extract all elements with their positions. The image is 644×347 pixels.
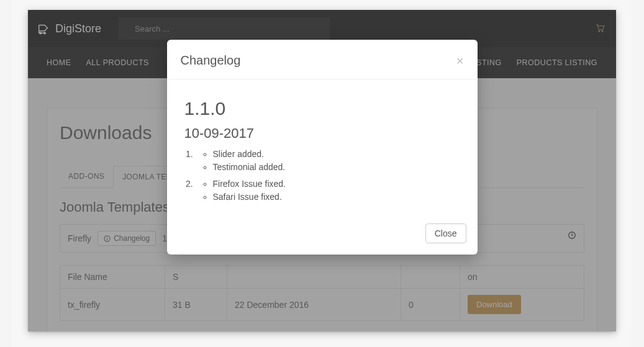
changelog-list: Slider added. Testimonial added. Firefox… xyxy=(184,148,460,204)
changelog-group: Firefox Issue fixed. Safari Issue fixed. xyxy=(196,178,460,204)
close-icon[interactable]: × xyxy=(456,55,464,67)
close-button[interactable]: Close xyxy=(425,223,466,243)
changelog-modal: Changelog × 1.1.0 10-09-2017 Slider adde… xyxy=(167,40,478,255)
changelog-item: Safari Issue fixed. xyxy=(213,191,460,204)
viewport-stage: DigiStore Search ... HOME ALL PRODUCTS C… xyxy=(12,0,632,347)
changelog-item: Testimonial added. xyxy=(213,161,460,174)
changelog-version: 1.1.0 xyxy=(184,98,460,119)
modal-title: Changelog xyxy=(181,53,241,68)
changelog-date: 10-09-2017 xyxy=(184,125,460,142)
changelog-group: Slider added. Testimonial added. xyxy=(196,148,460,174)
modal-footer: Close xyxy=(167,215,478,255)
app-frame: DigiStore Search ... HOME ALL PRODUCTS C… xyxy=(28,10,616,331)
changelog-item: Firefox Issue fixed. xyxy=(213,178,460,191)
modal-header: Changelog × xyxy=(167,40,478,79)
changelog-item: Slider added. xyxy=(213,148,460,161)
modal-body: 1.1.0 10-09-2017 Slider added. Testimoni… xyxy=(167,79,478,215)
